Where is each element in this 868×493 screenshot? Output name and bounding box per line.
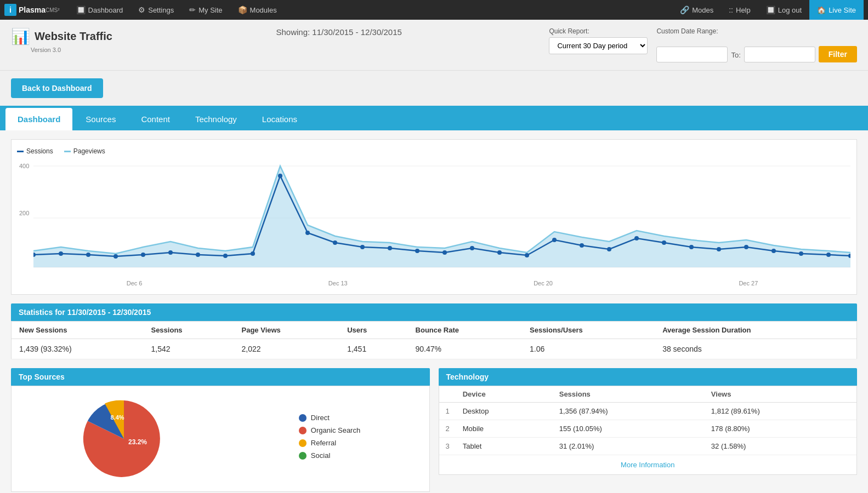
nav-modules[interactable]: 📦 Modules xyxy=(230,0,285,20)
svg-point-16 xyxy=(360,245,365,249)
svg-point-15 xyxy=(333,240,337,245)
chart-section: Sessions Pageviews 400 200 xyxy=(11,139,857,295)
svg-point-10 xyxy=(196,253,200,257)
sessions-legend-dot xyxy=(17,151,24,152)
svg-point-22 xyxy=(525,253,529,257)
tech-row-1: 1 Desktop 1,356 (87.94%) 1,812 (89.61%) xyxy=(439,403,857,420)
svg-point-29 xyxy=(717,247,721,251)
tech-views-3: 32 (1.58%) xyxy=(705,438,856,455)
nav-help-label: Help xyxy=(736,6,751,14)
quick-report-area: Quick Report: Current 30 Day period Last… xyxy=(549,27,857,62)
referral-label: Referral xyxy=(311,439,336,447)
main-content: Sessions Pageviews 400 200 xyxy=(0,130,868,493)
logo-cms: CMS² xyxy=(46,7,60,13)
tab-dashboard[interactable]: Dashboard xyxy=(5,108,72,130)
date-from-input[interactable] xyxy=(656,47,728,62)
nav-dashboard[interactable]: 🔲 Dashboard xyxy=(69,0,131,20)
livesite-icon: 🏠 xyxy=(817,6,826,14)
date-to-input[interactable] xyxy=(744,47,815,62)
tech-row-2: 2 Mobile 155 (10.05%) 178 (8.80%) xyxy=(439,420,857,438)
y-label-200: 200 xyxy=(19,210,29,216)
tech-num-2: 2 xyxy=(439,420,456,438)
nav-modules-label: Modules xyxy=(250,6,277,14)
legend-direct: Direct xyxy=(299,414,360,422)
social-label: Social xyxy=(311,451,330,460)
sources-header: Top Sources xyxy=(11,368,430,386)
tab-locations[interactable]: Locations xyxy=(250,108,309,130)
to-label: To: xyxy=(731,51,740,59)
pie-chart: 23.2% 8.4% xyxy=(80,395,168,483)
svg-text:8.4%: 8.4% xyxy=(111,414,124,421)
svg-point-26 xyxy=(634,236,639,240)
referral-dot xyxy=(299,439,307,447)
svg-point-6 xyxy=(86,253,90,257)
modes-icon: 🔗 xyxy=(680,5,689,14)
legend-social: Social xyxy=(299,451,360,460)
legend-pageviews: Pageviews xyxy=(64,147,105,155)
help-icon: :: xyxy=(729,5,733,14)
x-label-dec6: Dec 6 xyxy=(127,280,143,286)
svg-point-20 xyxy=(470,246,474,250)
val-avg-session: 38 seconds xyxy=(655,339,856,359)
back-section: Back to Dashboard xyxy=(0,71,868,106)
custom-date-label: Custom Date Range: xyxy=(656,27,857,35)
col-page-views: Page Views xyxy=(234,322,340,339)
back-to-dashboard-button[interactable]: Back to Dashboard xyxy=(11,78,103,98)
custom-date-group: Custom Date Range: To: Filter xyxy=(656,27,857,62)
tech-col-device: Device xyxy=(456,386,553,403)
filter-button[interactable]: Filter xyxy=(819,46,857,62)
x-label-dec13: Dec 13 xyxy=(328,280,348,286)
tab-content-label: Content xyxy=(141,114,170,124)
tab-technology-label: Technology xyxy=(195,114,237,124)
svg-point-32 xyxy=(799,251,803,256)
tab-technology[interactable]: Technology xyxy=(183,108,249,130)
tab-sources[interactable]: Sources xyxy=(73,108,128,130)
tech-views-2: 178 (8.80%) xyxy=(705,420,856,438)
technology-section: Technology Device Sessions Views 1 xyxy=(439,368,858,492)
tech-sessions-1: 1,356 (87.94%) xyxy=(553,403,705,420)
val-sessions: 1,542 xyxy=(143,339,234,359)
legend-sessions: Sessions xyxy=(17,147,53,155)
nav-settings-label: Settings xyxy=(148,6,174,14)
stats-table: New Sessions Sessions Page Views Users B… xyxy=(11,321,857,359)
pageviews-legend-dot xyxy=(64,151,71,152)
nav-help[interactable]: :: Help xyxy=(721,0,758,20)
svg-point-12 xyxy=(251,251,255,256)
tech-device-1: Desktop xyxy=(456,403,553,420)
sources-body: 23.2% 8.4% Direct Organic Search xyxy=(11,386,430,492)
svg-point-30 xyxy=(744,245,748,249)
nav-modes[interactable]: 🔗 Modes xyxy=(672,0,721,20)
tab-bar: Dashboard Sources Content Technology Loc… xyxy=(0,106,868,130)
col-sessions: Sessions xyxy=(143,322,234,339)
quick-report-select[interactable]: Current 30 Day period Last 7 Days Last 3… xyxy=(549,37,648,54)
version-text: Version 3.0 xyxy=(11,47,112,53)
direct-label: Direct xyxy=(311,414,330,422)
quick-report-label: Quick Report: xyxy=(549,27,648,35)
svg-point-13 xyxy=(278,174,282,178)
svg-point-11 xyxy=(223,254,228,258)
top-nav: i Plasma CMS² 🔲 Dashboard ⚙ Settings ✏ M… xyxy=(0,0,868,20)
legend-referral: Referral xyxy=(299,439,360,447)
val-sessions-users: 1.06 xyxy=(522,339,655,359)
col-sessions-users: Sessions/Users xyxy=(522,322,655,339)
chart-svg-wrap xyxy=(33,160,851,272)
pie-svg: 23.2% 8.4% xyxy=(80,395,168,483)
svg-point-7 xyxy=(114,254,118,259)
live-site-button[interactable]: 🏠 Live Site xyxy=(809,0,864,20)
nav-dashboard-label: Dashboard xyxy=(88,6,123,14)
date-range-display: Showing: 11/30/2015 - 12/30/2015 xyxy=(134,27,544,37)
svg-point-25 xyxy=(607,247,611,251)
nav-logout[interactable]: 🔲 Log out xyxy=(758,0,809,20)
stats-row: 1,439 (93.32%) 1,542 2,022 1,451 90.47% … xyxy=(12,339,857,359)
val-bounce-rate: 90.47% xyxy=(408,339,522,359)
nav-logout-label: Log out xyxy=(778,6,802,14)
chart-svg xyxy=(33,160,850,270)
more-info-link[interactable]: More Information xyxy=(621,461,674,469)
tab-content[interactable]: Content xyxy=(129,108,182,130)
tech-sessions-3: 31 (2.01%) xyxy=(553,438,705,455)
app-title-text: Website Traffic xyxy=(35,30,112,43)
header-area: 📊 Website Traffic Version 3.0 Showing: 1… xyxy=(0,20,868,71)
legend-organic: Organic Search xyxy=(299,426,360,434)
nav-settings[interactable]: ⚙ Settings xyxy=(131,0,181,20)
nav-mysite[interactable]: ✏ My Site xyxy=(181,0,230,20)
